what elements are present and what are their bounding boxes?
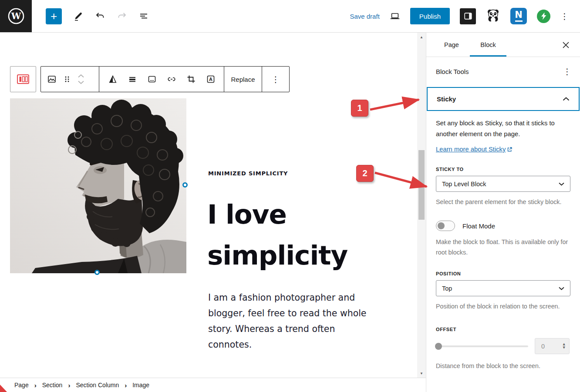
align-bars-icon bbox=[127, 74, 138, 84]
portrait-photo bbox=[10, 98, 186, 273]
drag-dots-icon bbox=[63, 74, 71, 84]
lightning-bolt-icon bbox=[540, 12, 547, 20]
eyebrow-heading[interactable]: MINIMIZED SIMPLICITY bbox=[208, 170, 288, 177]
chevron-up-icon bbox=[562, 97, 570, 101]
text-over-image-button[interactable]: A bbox=[206, 74, 216, 84]
replace-button[interactable]: Replace bbox=[224, 67, 262, 92]
resize-handle-bottom[interactable] bbox=[94, 270, 100, 275]
image-block-type-button[interactable] bbox=[47, 74, 57, 84]
drag-handle[interactable] bbox=[63, 74, 71, 84]
offset-label: OFFSET bbox=[436, 327, 570, 332]
link-button[interactable] bbox=[166, 74, 177, 84]
spinner-down-icon[interactable]: ▼ bbox=[563, 346, 565, 349]
main-heading[interactable]: I love simplicity bbox=[207, 194, 347, 276]
sticky-panel-header[interactable]: Sticky bbox=[427, 87, 580, 111]
offset-spinner[interactable]: ▲ ▼ bbox=[563, 343, 565, 349]
preview-button[interactable] bbox=[390, 11, 400, 21]
scroll-down-arrow[interactable]: ▼ bbox=[417, 370, 426, 377]
caption-icon bbox=[147, 74, 157, 84]
chevron-right-icon: › bbox=[125, 382, 127, 389]
chevron-right-icon: › bbox=[68, 382, 70, 389]
block-tools-row: Block Tools ⋮ bbox=[426, 57, 580, 86]
editor-canvas: A Replace ⋮ bbox=[0, 33, 417, 378]
tab-page[interactable]: Page bbox=[433, 33, 470, 57]
offset-slider-thumb[interactable] bbox=[435, 343, 442, 350]
breadcrumb: Page › Section › Section Column › Image bbox=[0, 378, 426, 392]
duotone-icon bbox=[108, 74, 118, 84]
block-tools-title: Block Tools bbox=[436, 68, 469, 75]
list-view-button[interactable] bbox=[138, 11, 149, 21]
section-block-icon bbox=[16, 73, 30, 86]
sidebar-tabs: Page Block bbox=[426, 33, 580, 57]
chevron-down-icon bbox=[558, 182, 565, 186]
save-draft-button[interactable]: Save draft bbox=[350, 13, 379, 20]
image-block[interactable] bbox=[10, 98, 186, 273]
image-icon bbox=[47, 74, 57, 84]
breadcrumb-section-column[interactable]: Section Column bbox=[76, 382, 119, 389]
redo-button[interactable] bbox=[117, 11, 127, 21]
wordpress-logo[interactable]: W bbox=[0, 0, 32, 32]
chevron-right-icon: › bbox=[34, 382, 37, 389]
float-mode-toggle[interactable] bbox=[436, 221, 455, 231]
letter-a-box-icon: A bbox=[206, 74, 216, 84]
position-select[interactable]: Top bbox=[436, 280, 570, 296]
editor-top-bar: W + bbox=[0, 0, 580, 33]
crop-button[interactable] bbox=[186, 74, 196, 84]
redo-icon bbox=[117, 11, 127, 21]
panda-avatar-icon bbox=[486, 8, 500, 22]
pencil-icon bbox=[73, 11, 84, 21]
move-down-button[interactable] bbox=[77, 80, 85, 85]
move-up-button[interactable] bbox=[77, 74, 85, 78]
sticky-panel-title: Sticky bbox=[437, 95, 456, 103]
chevron-up-icon bbox=[77, 74, 85, 78]
publish-button[interactable]: Publish bbox=[410, 8, 450, 24]
svg-text:A: A bbox=[209, 77, 212, 82]
options-menu-button[interactable]: ⋮ bbox=[560, 12, 569, 20]
resize-handle-right[interactable] bbox=[182, 182, 188, 188]
float-mode-help: Make the block to float. This is availab… bbox=[436, 237, 570, 258]
sticky-panel-body: Set any block as Sticky, so that it stic… bbox=[426, 111, 580, 371]
select-parent-section-button[interactable] bbox=[10, 66, 36, 92]
position-help: Position of the block in relation to the… bbox=[436, 301, 570, 312]
link-icon bbox=[166, 74, 177, 84]
offset-number-input[interactable]: 0 ▲ ▼ bbox=[535, 338, 570, 354]
breadcrumb-section[interactable]: Section bbox=[42, 382, 63, 389]
duotone-filter-button[interactable] bbox=[108, 74, 118, 84]
sticky-to-help: Select the parent element for the sticky… bbox=[436, 197, 570, 207]
sticky-to-label: STICKY TO bbox=[436, 167, 570, 172]
spinner-up-icon[interactable]: ▲ bbox=[563, 343, 565, 346]
external-link-icon bbox=[507, 147, 513, 152]
image-block-toolbar: A Replace ⋮ bbox=[40, 66, 290, 92]
svg-text:W: W bbox=[10, 11, 21, 21]
close-icon bbox=[562, 41, 570, 49]
laptop-icon bbox=[390, 11, 400, 21]
settings-panel-button[interactable] bbox=[460, 8, 476, 24]
sticky-to-select[interactable]: Top Level Block bbox=[436, 176, 570, 192]
nexter-blocks-button[interactable]: N bbox=[510, 8, 527, 24]
breadcrumb-image[interactable]: Image bbox=[132, 382, 149, 389]
breadcrumb-page[interactable]: Page bbox=[14, 382, 29, 389]
body-paragraph[interactable]: I am a fashion photographer and blogger,… bbox=[208, 290, 381, 352]
offset-help: Distance from the block to the screen. bbox=[436, 361, 570, 371]
canvas-scrollbar[interactable]: ▲ ▼ bbox=[417, 33, 426, 378]
float-mode-row: Float Mode bbox=[436, 221, 570, 231]
learn-more-link[interactable]: Learn more about Sticky bbox=[436, 146, 513, 153]
add-block-button[interactable]: + bbox=[46, 8, 62, 24]
list-view-icon bbox=[138, 11, 149, 21]
wordpress-logo-icon: W bbox=[7, 7, 25, 25]
user-avatar[interactable] bbox=[486, 8, 500, 24]
caption-button[interactable] bbox=[147, 74, 157, 84]
alignment-button[interactable] bbox=[127, 74, 138, 84]
undo-button[interactable] bbox=[95, 11, 105, 21]
boost-button[interactable] bbox=[537, 10, 550, 23]
offset-slider[interactable] bbox=[436, 345, 528, 347]
wordpress-editor: W + bbox=[0, 0, 580, 392]
block-options-button[interactable]: ⋮ bbox=[262, 67, 289, 92]
tab-block[interactable]: Block bbox=[470, 33, 506, 57]
chevron-down-icon bbox=[77, 80, 85, 85]
scrollbar-thumb[interactable] bbox=[418, 150, 425, 220]
block-tools-menu-button[interactable]: ⋮ bbox=[563, 67, 571, 76]
edit-tool-button[interactable] bbox=[73, 11, 84, 21]
scroll-up-arrow[interactable]: ▲ bbox=[417, 34, 426, 40]
close-sidebar-button[interactable] bbox=[561, 40, 570, 50]
